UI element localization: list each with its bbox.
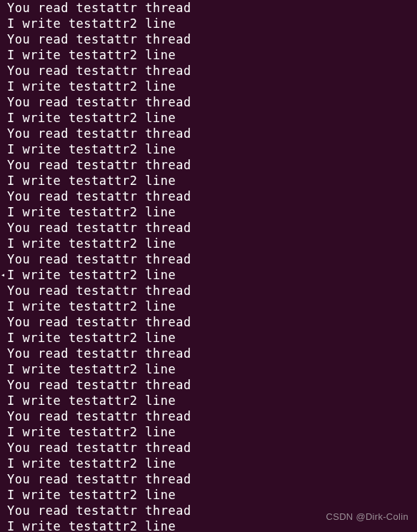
terminal-line: You read testattr thread [7, 314, 417, 330]
terminal-line: I write testattr2 line [7, 236, 417, 251]
terminal-line: I write testattr2 line [7, 79, 417, 94]
terminal-output[interactable]: You read testattr threadI write testattr… [0, 0, 417, 532]
terminal-line: You read testattr thread [7, 408, 417, 424]
terminal-line: You read testattr thread [7, 377, 417, 393]
terminal-line: You read testattr thread [7, 440, 417, 456]
terminal-line: I write testattr2 line [7, 330, 417, 346]
terminal-line: You read testattr thread [7, 220, 417, 236]
terminal-line: You read testattr thread [7, 157, 417, 173]
terminal-line: I write testattr2 line [7, 47, 417, 63]
terminal-line: I write testattr2 line [7, 16, 417, 31]
terminal-line: I write testattr2 line [7, 456, 417, 471]
watermark-text: CSDN @Dirk-Colin [326, 509, 408, 525]
terminal-line: I write testattr2 line [7, 487, 417, 503]
terminal-line: You read testattr thread [7, 346, 417, 361]
terminal-line: You read testattr thread [7, 189, 417, 204]
terminal-line: You read testattr thread [7, 283, 417, 298]
terminal-line: I write testattr2 line [7, 424, 417, 440]
terminal-line: You read testattr thread [7, 126, 417, 141]
terminal-line: I write testattr2 line [7, 173, 417, 189]
terminal-line: I write testattr2 line [7, 267, 417, 283]
line-indicator-icon: ◂ [0, 267, 6, 283]
terminal-line: I write testattr2 line [7, 298, 417, 314]
terminal-line: I write testattr2 line [7, 361, 417, 377]
terminal-line: I write testattr2 line [7, 110, 417, 126]
terminal-line: You read testattr thread [7, 0, 417, 16]
terminal-line: You read testattr thread [7, 31, 417, 47]
terminal-line: I write testattr2 line [7, 141, 417, 157]
terminal-line: You read testattr thread [7, 94, 417, 110]
terminal-line: You read testattr thread [7, 63, 417, 79]
terminal-line: I write testattr2 line [7, 393, 417, 408]
terminal-line: You read testattr thread [7, 251, 417, 267]
terminal-line: I write testattr2 line [7, 204, 417, 220]
terminal-line: You read testattr thread [7, 471, 417, 487]
